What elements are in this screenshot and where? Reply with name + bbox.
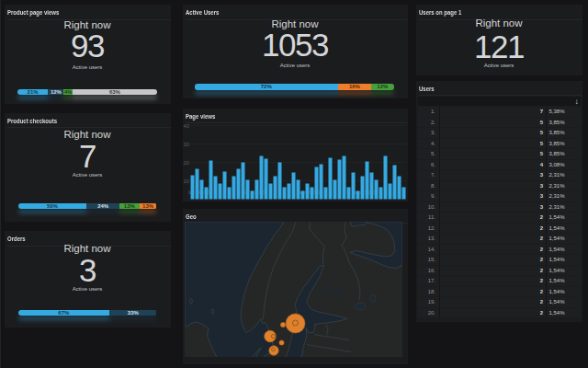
svg-text:20: 20 [183, 160, 188, 166]
svg-text:30: 30 [183, 142, 188, 147]
svg-text:10: 10 [183, 178, 188, 184]
svg-text:40: 40 [183, 123, 188, 129]
